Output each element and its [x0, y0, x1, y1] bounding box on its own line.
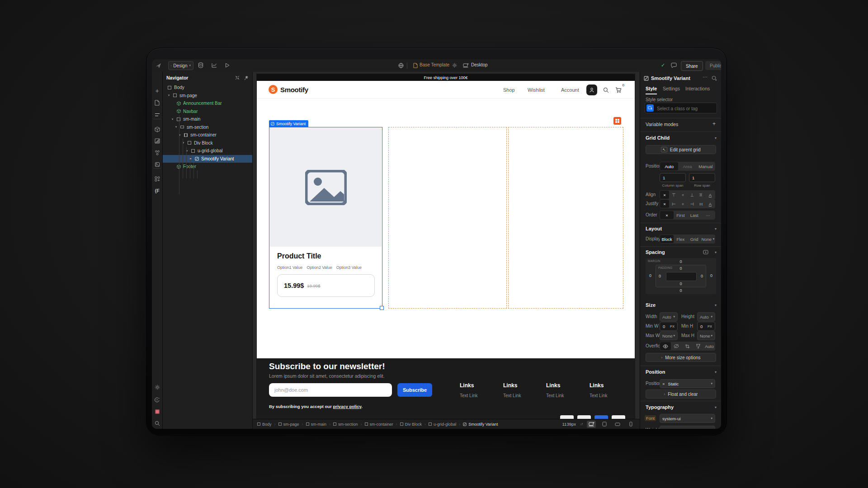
height-input[interactable]: Auto▾: [697, 312, 715, 321]
chevron-down-icon[interactable]: ▾: [167, 94, 170, 97]
breadcrumb-sm-container[interactable]: sm-container: [365, 422, 393, 427]
analytics-icon[interactable]: [212, 63, 217, 68]
chevron-down-icon[interactable]: ▾: [171, 117, 174, 121]
more-options-icon[interactable]: ⋯: [703, 74, 708, 80]
create-component-icon[interactable]: [712, 75, 717, 81]
collapse-all-icon[interactable]: [235, 75, 240, 80]
assets-icon[interactable]: [152, 160, 162, 169]
navigator-item-body[interactable]: Body: [163, 84, 252, 92]
resize-handle[interactable]: [380, 306, 384, 310]
navigator-panel-icon[interactable]: [152, 111, 162, 119]
navigator-item-u-grid-global[interactable]: ▾ u-grid-global: [163, 147, 252, 155]
row-span-input[interactable]: 1: [689, 173, 715, 182]
min-width-input[interactable]: 0PX: [660, 322, 678, 331]
margin-left-value[interactable]: 0: [649, 273, 651, 278]
nav-link-shop[interactable]: Shop: [503, 87, 515, 93]
justify-start-icon[interactable]: ⊢: [669, 200, 678, 208]
breadcrumb-sm-main[interactable]: sm-main: [306, 422, 327, 427]
tab-interactions[interactable]: Interactions: [685, 84, 710, 94]
display-none-button[interactable]: None ▾: [701, 235, 715, 243]
overflow-auto-button[interactable]: Auto: [704, 342, 715, 350]
float-and-clear-button[interactable]: › Float and clear: [646, 389, 716, 399]
cms-database-icon[interactable]: [198, 62, 203, 68]
navigator-item-sm-container[interactable]: ▾ sm-container: [163, 131, 252, 139]
navigator-item-navbar[interactable]: Navbar: [163, 108, 252, 116]
breadcrumb-smootify-variant[interactable]: Smootify Variant: [463, 422, 498, 427]
margin-bottom-value[interactable]: 0: [646, 288, 716, 293]
chevron-down-icon[interactable]: ▾: [175, 125, 178, 129]
grid-position-auto[interactable]: Auto: [660, 162, 678, 170]
publish-button[interactable]: Publish: [705, 61, 721, 70]
navigator-item-announcement-bar[interactable]: Announcement Bar: [163, 99, 252, 108]
navigator-item-sm-page[interactable]: ▾ sm-page: [163, 92, 252, 100]
breadcrumb-sm-section[interactable]: sm-section: [333, 422, 358, 427]
breakpoint-desktop-button[interactable]: [587, 421, 596, 428]
product-card[interactable]: Product Title Option1 Value Option2 Valu…: [269, 127, 382, 309]
navigator-item-smootify-variant[interactable]: ▸ Smootify Variant: [163, 155, 252, 163]
canvas-area[interactable]: Free shipping over 100€ S Smootify Shop …: [253, 72, 640, 429]
padding-right-value[interactable]: 0: [701, 274, 703, 278]
product-image-placeholder[interactable]: [270, 128, 382, 247]
search-zoom-icon[interactable]: [152, 419, 162, 427]
record-status-icon[interactable]: [152, 408, 162, 416]
selector-icon[interactable]: [646, 104, 654, 112]
order-none-button[interactable]: ×: [660, 211, 674, 219]
canvas-width-value[interactable]: 1139px: [562, 422, 576, 427]
breakpoint-label[interactable]: Desktop: [471, 62, 488, 67]
app-logo-icon[interactable]: [156, 63, 161, 69]
tab-settings[interactable]: Settings: [663, 84, 680, 94]
share-button[interactable]: Share: [681, 61, 703, 71]
grid-edit-badge-icon[interactable]: [613, 117, 621, 125]
class-selector-input[interactable]: [645, 103, 717, 113]
display-grid-button[interactable]: Grid: [688, 235, 701, 243]
footer-text-link[interactable]: Text Link: [590, 393, 607, 398]
chevron-icon[interactable]: ▾: [715, 303, 717, 307]
align-center-icon[interactable]: +: [678, 191, 687, 199]
grid-cell-empty[interactable]: [508, 127, 623, 309]
overflow-scroll-icon[interactable]: [693, 342, 704, 350]
help-assistant-icon[interactable]: ?: [152, 396, 162, 404]
breadcrumb-u-grid-global[interactable]: u-grid-global: [429, 422, 456, 427]
margin-right-value[interactable]: 0: [710, 273, 712, 278]
min-height-input[interactable]: 0PX: [697, 322, 715, 331]
grid-position-manual[interactable]: Manual: [697, 162, 715, 170]
navigator-item-footer[interactable]: Footer: [163, 163, 252, 171]
position-select[interactable]: ×Static ▾: [660, 379, 715, 388]
margin-top-value[interactable]: 0: [646, 259, 716, 264]
styles-icon[interactable]: [152, 137, 162, 145]
weight-select[interactable]: 400 - Normal ▾: [660, 426, 715, 429]
subscribe-button[interactable]: Subscribe: [397, 383, 432, 397]
width-input[interactable]: Auto▾: [660, 312, 678, 321]
account-button[interactable]: [586, 84, 597, 95]
padding-bottom-value[interactable]: 0: [656, 282, 706, 286]
grid-position-area[interactable]: Area: [678, 162, 696, 170]
chevron-icon[interactable]: ▾: [715, 370, 717, 374]
order-first-button[interactable]: First: [674, 211, 687, 219]
breadcrumb-body[interactable]: Body: [257, 422, 272, 427]
site-page[interactable]: Free shipping over 100€ S Smootify Shop …: [257, 74, 635, 419]
breadcrumb-div-block[interactable]: Div Block: [400, 422, 422, 427]
align-start-icon[interactable]: ⊤: [669, 191, 678, 199]
spacing-control[interactable]: MARGIN 0 0 0 0 PADDING 0 0 0 0: [646, 258, 716, 294]
justify-baseline-icon[interactable]: A: [706, 200, 715, 208]
nav-link-wishlist[interactable]: Wishlist: [528, 87, 545, 93]
pin-panel-icon[interactable]: [244, 75, 249, 80]
navigator-item-div-block[interactable]: ▾ Div Block: [163, 139, 252, 147]
edit-parent-grid-button[interactable]: ↖ Edit parent grid: [646, 145, 716, 154]
breakpoint-mobile-landscape-button[interactable]: [613, 421, 622, 428]
chevron-icon[interactable]: ▾: [715, 405, 717, 409]
page-settings-gear-icon[interactable]: [452, 63, 457, 68]
add-element-icon[interactable]: +: [152, 87, 162, 95]
overflow-hidden-eye-off-icon[interactable]: [671, 342, 682, 350]
display-block-button[interactable]: Block: [660, 235, 674, 243]
nav-link-account[interactable]: Account: [561, 87, 579, 93]
privacy-policy-link[interactable]: privacy policy: [333, 404, 361, 409]
max-height-input[interactable]: None▾: [697, 331, 715, 340]
justify-center-icon[interactable]: +: [678, 200, 687, 208]
breakpoint-desktop-icon[interactable]: [463, 63, 469, 68]
width-adjust-icon[interactable]: ↓↑: [580, 422, 583, 426]
overflow-clip-icon[interactable]: [682, 342, 693, 350]
align-none-button[interactable]: ×: [660, 191, 669, 199]
settings-gear-icon[interactable]: [152, 383, 162, 391]
email-input[interactable]: [269, 383, 392, 397]
